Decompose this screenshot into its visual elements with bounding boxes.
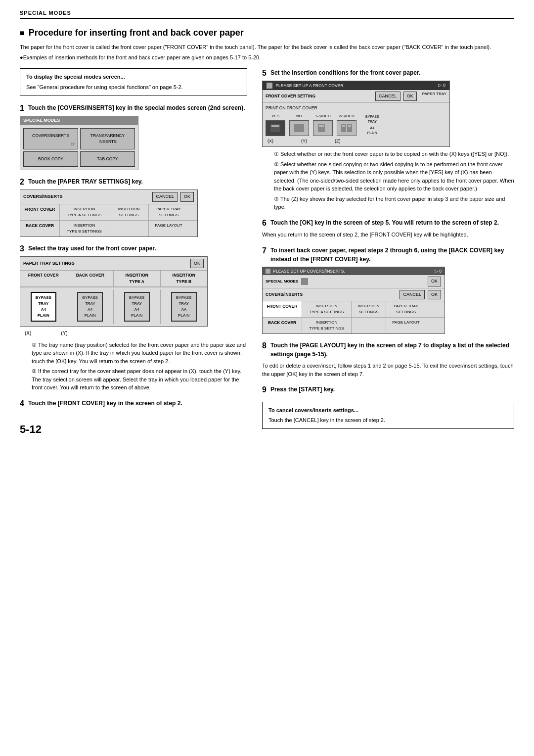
two-sided-btn[interactable] [337, 120, 356, 136]
step-5-note-3: ③The (Z) key shows the tray selected for… [267, 195, 514, 211]
step-3-note-2: ②If the correct tray for the cover sheet… [25, 367, 247, 392]
step-1: 1 Touch the [COVERS/INSERTS] key in the … [20, 103, 247, 170]
covers-inserts-screen-2: PLEASE SET UP COVERS/INSERTS. ▷ 0 SPECIA… [262, 267, 445, 334]
pt-col-headers: FRONT COVER BACK COVER INSERTIONTYPE A I… [20, 271, 207, 287]
back-cover-cell-2[interactable]: BACK COVER [263, 318, 302, 333]
paper-tray-label: PAPER TRAY [422, 91, 446, 102]
xy-labels: (X) (Y) [25, 330, 247, 337]
ci2-paper-tray[interactable]: PAPER TRAYSETTINGS [386, 301, 426, 317]
ci2-type-b[interactable]: INSERTIONTYPE B SETTINGS [302, 318, 352, 333]
insertion-a-tray: BYPASSTRAYA4PLAIN [114, 289, 161, 324]
step-5-notes: ①Select whether or not the front cover p… [267, 150, 514, 211]
bypass-tray-4[interactable]: BYPASSTRAYAAPLAIN [171, 292, 197, 322]
one-sided-btn[interactable] [313, 120, 333, 136]
insertion-settings-1[interactable]: INSERTIONSETTINGS [109, 204, 149, 220]
yes-btn[interactable] [266, 120, 285, 136]
page: SPECIAL MODES Procedure for inserting fr… [0, 0, 534, 756]
front-cover-cell[interactable]: FRONT COVER [20, 204, 60, 220]
step-5-note-1: ①Select whether or not the front cover p… [267, 150, 514, 158]
paper-tray-info: BYPASSTRAY A4PLAIN [365, 114, 379, 136]
cancel-btn-1[interactable]: CANCEL [152, 192, 178, 202]
ci2-type-a[interactable]: INSERTIONTYPE A SETTINGS [302, 301, 352, 317]
back-cover-tray: BYPASSTRAYA4PLAIN [67, 289, 114, 324]
no-group: NO [289, 113, 309, 136]
step-3-header: 3 Select the tray used for the front cov… [20, 244, 247, 253]
ci2-page-layout[interactable]: PAGE LAYOUT [386, 318, 426, 333]
insertion-type-a[interactable]: INSERTIONTYPE A SETTINGS [60, 204, 109, 220]
ci2-insertion-settings[interactable]: INSERTIONSETTINGS [352, 301, 386, 317]
step-3-notes: ①The tray name (tray position) selected … [25, 341, 247, 392]
intro-line-1: The paper for the front cover is called … [20, 43, 514, 51]
empty-cell-1 [109, 221, 149, 236]
header-label: SPECIAL MODES [20, 10, 71, 16]
fc-body: PRINT ON FRONT COVER YES NO [263, 103, 449, 146]
step-3: 3 Select the tray used for the front cov… [20, 244, 247, 392]
svg-rect-8 [348, 125, 351, 127]
paper-tray-settings-btn[interactable]: PAPER TRAYSETTINGS [149, 204, 188, 220]
left-column: To display the special modes screen... S… [20, 68, 247, 436]
one-sided-group: 1-SIDED [313, 113, 333, 136]
col-front-cover: FRONT COVER [20, 271, 67, 287]
step-4-header: 4 Touch the [FRONT COVER] key in the scr… [20, 399, 247, 408]
col-back-cover: BACK COVER [67, 271, 114, 287]
top-bar: SPECIAL MODES [20, 10, 514, 19]
sm-grid: COVERS/INSERTS ☞ TRANSPARENCY INSERTS BO… [20, 125, 138, 170]
step-2-header: 2 Touch the [PAPER TRAY SETTINGS] key. [20, 177, 247, 187]
step-8: 8 Touch the [PAGE LAYOUT] key in the scr… [262, 341, 514, 378]
ci2-btns: CANCEL OK [399, 289, 442, 300]
ok-btn-ci2-top[interactable]: OK [428, 277, 441, 286]
main-title: Procedure for inserting front and back c… [20, 28, 514, 38]
two-col-layout: To display the special modes screen... S… [20, 68, 514, 436]
special-modes-icon [301, 278, 308, 285]
step-6-body: When you return to the screen of step 2,… [262, 231, 514, 239]
fc-xyz: (X) (Y) (Z) [267, 138, 446, 145]
ci-row-2: BACK COVER INSERTIONTYPE B SETTINGS PAGE… [20, 221, 197, 236]
front-cover-setting-label: FRONT COVER SETTING [266, 93, 315, 99]
no-btn[interactable] [289, 120, 309, 136]
front-cover-highlighted[interactable]: FRONT COVER [263, 301, 302, 317]
step-4: 4 Touch the [FRONT COVER] key in the scr… [20, 399, 247, 408]
print-on-front-cover: PRINT ON FRONT COVER [266, 105, 446, 111]
bypass-tray-3[interactable]: BYPASSTRAYA4PLAIN [124, 292, 150, 322]
front-cover-tray: BYPASSTRAYA4PLAIN [20, 289, 67, 324]
sm-screen-title: SPECIAL MODES [20, 116, 138, 125]
covers-inserts-btn[interactable]: COVERS/INSERTS ☞ [23, 128, 78, 150]
step-6: 6 Touch the [OK] key in the screen of st… [262, 218, 514, 239]
ok-btn-1[interactable]: OK [180, 192, 194, 202]
page-layout-btn-1[interactable]: PAGE LAYOUT [149, 221, 188, 236]
bypass-tray-2[interactable]: BYPASSTRAYA4PLAIN [77, 292, 103, 322]
special-modes-screen: SPECIAL MODES COVERS/INSERTS ☞ TRANSPARE… [20, 116, 138, 170]
fc-ok-btn[interactable]: OK [403, 92, 417, 101]
back-cover-cell-1[interactable]: BACK COVER [20, 221, 60, 236]
svg-rect-2 [294, 124, 304, 132]
ci2-covers-row: COVERS/INSERTS CANCEL OK [263, 288, 445, 302]
step-5-header: 5 Set the insertion conditions for the f… [262, 68, 514, 78]
ok-btn-pt[interactable]: OK [190, 259, 204, 269]
ci-row-1: FRONT COVER INSERTIONTYPE A SETTINGS INS… [20, 204, 197, 221]
bypass-tray-selected[interactable]: BYPASSTRAYA4PLAIN [31, 292, 56, 322]
step-7: 7 To insert back cover paper, repeat ste… [262, 246, 514, 334]
covers-inserts-screen-1: COVERS/INSERTS CANCEL OK FRONT COVER INS… [20, 189, 198, 237]
svg-rect-6 [342, 125, 345, 127]
paper-tray-screen: PAPER TRAY SETTINGS OK FRONT COVER BACK … [20, 256, 208, 327]
info-box: To display the special modes screen... S… [20, 68, 247, 95]
fc-subheader-row: FRONT COVER SETTING CANCEL OK PAPER TRAY [263, 90, 449, 103]
cancel-btn-ci2[interactable]: CANCEL [400, 290, 425, 300]
step-7-header: 7 To insert back cover paper, repeat ste… [262, 246, 514, 264]
pt-tray-row: BYPASSTRAYA4PLAIN BYPASSTRAYA4PLAIN BYPA… [20, 287, 207, 326]
step-9: 9 Press the [START] key. [262, 385, 514, 394]
right-column: 5 Set the insertion conditions for the f… [262, 68, 514, 436]
pt-header: PAPER TRAY SETTINGS OK [20, 257, 207, 271]
insertion-b-tray: BYPASSTRAYAAPLAIN [161, 289, 208, 324]
fc-cancel-btn[interactable]: CANCEL [375, 92, 400, 101]
book-copy-btn[interactable]: BOOK COPY [23, 151, 78, 167]
cancel-box: To cancel covers/inserts settings... Tou… [262, 402, 514, 429]
step-5-note-2: ②Select whether one-sided copying or two… [267, 160, 514, 193]
insertion-type-b[interactable]: INSERTIONTYPE B SETTINGS [60, 221, 109, 236]
ok-btn-ci2[interactable]: OK [428, 290, 441, 300]
tab-copy-btn[interactable]: TAB COPY [80, 151, 135, 167]
ci2-top-bar: PLEASE SET UP COVERS/INSERTS. ▷ 0 [263, 267, 445, 276]
fc-options-row: YES NO [266, 113, 446, 136]
transparency-inserts-btn[interactable]: TRANSPARENCY INSERTS [80, 128, 135, 150]
step-3-note-1: ①The tray name (tray position) selected … [25, 341, 247, 366]
